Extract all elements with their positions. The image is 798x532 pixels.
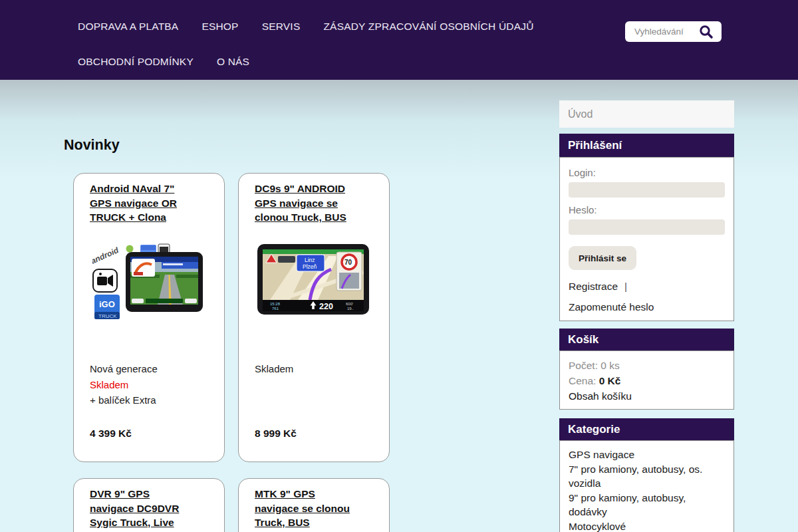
product-image-dc9s[interactable]: Linz Plzeň 70 15:28 [257, 243, 371, 317]
svg-text:19..: 19.. [347, 307, 354, 311]
svg-text:Plzeň: Plzeň [303, 263, 317, 270]
product-card: Android NAval 7" GPS navigace OR TRUCK +… [73, 173, 225, 462]
main-content: Novinky Android NAval 7" GPS navigace OR… [0, 80, 798, 532]
login-panel-header: Přihlášení [559, 134, 734, 157]
product-price: 8 999 Kč [255, 428, 373, 440]
product-card: DC9s 9" ANDROID GPS navigace se clonou T… [238, 173, 390, 462]
cart-contents-link[interactable]: Obsah košíku [569, 388, 725, 404]
stock-badge: Skladem [90, 377, 208, 393]
svg-text:Linz: Linz [305, 257, 315, 263]
road-sign-graphic: Linz Plzeň [297, 255, 325, 271]
product-price: 4 399 Kč [90, 428, 208, 440]
svg-text:iGO: iGO [99, 299, 115, 309]
igo-badge-icon: iGO TRUCK [94, 295, 120, 319]
page-title: Novinky [64, 137, 120, 154]
camera-badge-icon [93, 269, 117, 292]
nav-item-o-nas[interactable]: O NÁS [217, 56, 249, 68]
search-input[interactable] [633, 26, 698, 37]
nav-item-eshop[interactable]: ESHOP [201, 21, 238, 33]
nav-item-servis[interactable]: SERVIS [262, 21, 301, 33]
svg-text:70: 70 [344, 259, 352, 266]
login-links: Registrace| Zapomenuté heslo [569, 279, 725, 315]
product-title-link[interactable]: Android NAval 7" GPS navigace OR TRUCK +… [90, 182, 191, 228]
forgot-password-link[interactable]: Zapomenuté heslo [569, 301, 654, 313]
product-status: Nová generace Skladem + balíček Extra [90, 361, 208, 428]
nav-row-2: OBCHODNÍ PODMÍNKY O NÁS [78, 56, 249, 68]
product-card: MTK 9" GPS navigace se clonou Truck, BUS [238, 478, 390, 532]
categories-panel-header: Kategorie [559, 418, 734, 440]
nav-item-obchodni-podminky[interactable]: OBCHODNÍ PODMÍNKY [78, 56, 194, 68]
login-button[interactable]: Přihlásit se [569, 246, 636, 270]
category-motocyklove[interactable]: Motocyklové [569, 519, 725, 532]
category-gps-navigace[interactable]: GPS navigace [569, 448, 725, 462]
register-link[interactable]: Registrace [569, 281, 618, 292]
android-text: android [92, 245, 120, 266]
product-image-wrap: android [90, 228, 208, 358]
svg-text:TRUCK: TRUCK [98, 313, 117, 319]
svg-text:15:28: 15:28 [270, 302, 281, 306]
svg-text:761: 761 [272, 307, 279, 311]
svg-text:600': 600' [346, 302, 353, 306]
page: DOPRAVA A PLATBA ESHOP SERVIS ZÁSADY ZPR… [0, 0, 798, 532]
product-title-link[interactable]: DVR 9" GPS navigace DC9DVR Sygic Truck, … [90, 487, 191, 532]
product-title-link[interactable]: DC9s 9" ANDROID GPS navigace se clonou T… [255, 182, 356, 228]
nav-row-1: DOPRAVA A PLATBA ESHOP SERVIS ZÁSADY ZPR… [78, 21, 534, 33]
product-grid: Android NAval 7" GPS navigace OR TRUCK +… [73, 173, 390, 532]
password-field[interactable] [569, 219, 725, 235]
nav-item-zasady-zpracovani[interactable]: ZÁSADY ZPRACOVÁNÍ OSOBNÍCH ÚDAJŮ [323, 21, 533, 33]
product-title-link[interactable]: MTK 9" GPS navigace se clonou Truck, BUS [255, 487, 356, 532]
login-label: Login: [569, 167, 725, 178]
search-icon[interactable] [698, 24, 714, 40]
cart-panel: Počet: 0 ks Cena: 0 Kč Obsah košíku [559, 350, 734, 410]
login-field[interactable] [569, 182, 725, 198]
categories-panel: GPS navigace 7" pro kamiony, autobusy, o… [559, 440, 734, 532]
product-card: DVR 9" GPS navigace DC9DVR Sygic Truck, … [73, 478, 225, 532]
login-panel: Login: Heslo: Přihlásit se Registrace| Z… [559, 157, 734, 321]
cart-price: Cena: 0 Kč [569, 373, 725, 388]
gps-device-graphic [126, 252, 203, 312]
category-9-kamiony[interactable]: 9" pro kamiony, autobusy, dodávky [569, 491, 725, 519]
product-status: Skladem [255, 361, 373, 428]
product-image-android-naval[interactable]: android [92, 243, 205, 321]
sidebar-item-home[interactable]: Úvod [559, 100, 734, 128]
category-7-kamiony[interactable]: 7" pro kamiony, autobusy, os. vozidla [569, 462, 725, 491]
gps-device-graphic: Linz Plzeň 70 15:28 [257, 244, 369, 315]
android-dot-icon [126, 245, 134, 253]
cart-count: Počet: 0 ks [569, 358, 725, 373]
speed-limit-sign: 70 [342, 255, 356, 269]
search-box [625, 21, 722, 42]
cart-panel-header: Košík [559, 329, 734, 350]
top-nav: DOPRAVA A PLATBA ESHOP SERVIS ZÁSADY ZPR… [0, 0, 798, 80]
product-image-wrap: Linz Plzeň 70 15:28 [255, 228, 373, 358]
nav-item-doprava-a-platba[interactable]: DOPRAVA A PLATBA [78, 21, 178, 33]
password-label: Heslo: [569, 204, 725, 215]
separator: | [624, 281, 627, 292]
svg-text:220: 220 [319, 302, 333, 311]
